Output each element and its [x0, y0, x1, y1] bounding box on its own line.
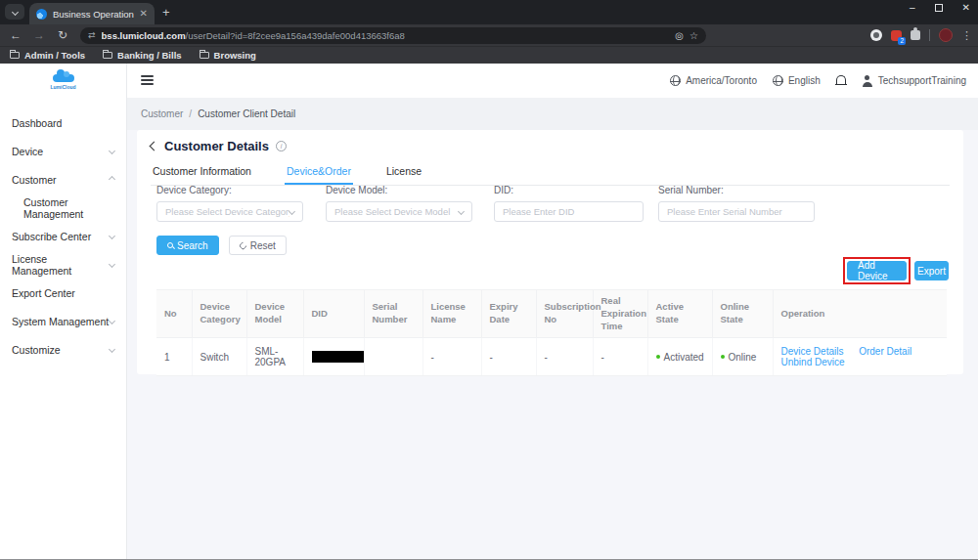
- back-icon[interactable]: ←: [4, 28, 27, 42]
- new-tab-button[interactable]: +: [162, 5, 170, 20]
- app-header: America/Toronto English TechsupportTrain…: [127, 64, 978, 98]
- back-chevron-icon[interactable]: [150, 142, 159, 151]
- profile-avatar[interactable]: [939, 28, 953, 42]
- folder-icon: [200, 52, 209, 59]
- device-table-wrap: No Device Category Device Model DID Seri…: [156, 289, 947, 376]
- search-button[interactable]: Search: [156, 236, 219, 255]
- page-action-icon[interactable]: ◎: [675, 30, 684, 41]
- extension-badge: 2: [898, 37, 906, 45]
- toolbar-separator: [929, 29, 930, 41]
- user-menu[interactable]: TechsupportTraining: [862, 75, 966, 87]
- extension-red-icon[interactable]: 2: [891, 30, 902, 41]
- sidebar-item-subscribe-center[interactable]: Subscribe Center: [0, 222, 126, 250]
- site-favicon-icon: [36, 9, 47, 20]
- notifications-button[interactable]: [836, 77, 846, 84]
- cell-device-model: SML-20GPA: [246, 338, 303, 376]
- order-detail-link[interactable]: Order Detail: [859, 346, 911, 357]
- table-header-row: No Device Category Device Model DID Seri…: [156, 290, 947, 338]
- maximize-button[interactable]: [935, 4, 943, 12]
- cell-expiry-date: -: [481, 338, 536, 376]
- add-device-annotation-box: Add Device: [843, 257, 911, 284]
- extensions-puzzle-icon[interactable]: [911, 30, 920, 40]
- bell-icon: [836, 75, 846, 84]
- tab-search-button[interactable]: [5, 4, 24, 20]
- serial-number-label: Serial Number:: [658, 185, 815, 195]
- breadcrumb-separator: /: [189, 108, 192, 119]
- folder-icon: [10, 52, 20, 59]
- extension-light-icon[interactable]: [870, 29, 882, 41]
- export-button[interactable]: Export: [914, 261, 949, 280]
- sidebar-item-customize[interactable]: Customize: [0, 335, 126, 364]
- window-controls: – ✕: [910, 2, 970, 13]
- site-info-icon[interactable]: ⇄: [88, 30, 96, 40]
- sidebar-item-device[interactable]: Device: [0, 137, 126, 165]
- did-input-wrap: [494, 201, 644, 222]
- info-icon: i: [276, 141, 287, 151]
- sidebar-collapse-icon[interactable]: [141, 75, 154, 86]
- sidebar-menu: Dashboard Device Customer Customer Manag…: [0, 108, 126, 364]
- bookmark-star-icon[interactable]: ☆: [689, 30, 698, 41]
- cell-no: 1: [156, 338, 192, 376]
- tab-customer-information[interactable]: Customer Information: [151, 162, 253, 185]
- address-bar[interactable]: ⇄ bss.lumicloud.com/userDetail?id=8f2cee…: [80, 27, 706, 44]
- close-tab-icon[interactable]: ✕: [140, 9, 148, 19]
- cell-active-state: Activated: [647, 338, 712, 376]
- bookmark-folder-admin-tools[interactable]: Admin / Tools: [10, 50, 85, 61]
- refresh-icon[interactable]: ↻: [51, 28, 74, 42]
- col-serial-number: Serial Number: [364, 290, 422, 338]
- serial-number-input[interactable]: [667, 206, 806, 217]
- sidebar-item-system-management[interactable]: System Management: [0, 307, 126, 335]
- device-model-field: Device Model: Please Select Device Model: [326, 185, 472, 222]
- bookmark-folder-banking-bills[interactable]: Banking / Bills: [103, 50, 181, 61]
- device-details-link[interactable]: Device Details: [781, 346, 844, 357]
- cell-device-category: Switch: [192, 338, 246, 376]
- col-license-name: License Name: [422, 290, 481, 338]
- sidebar-item-customer[interactable]: Customer: [0, 165, 126, 194]
- col-device-model: Device Model: [246, 290, 303, 338]
- language-selector[interactable]: English: [773, 75, 821, 86]
- sidebar-item-customer-management[interactable]: Customer Management: [0, 194, 126, 222]
- col-subscription-no: Subscription No: [536, 290, 593, 338]
- browser-menu-icon[interactable]: ⋮: [961, 29, 972, 42]
- minimize-button[interactable]: –: [910, 2, 915, 13]
- timezone-selector[interactable]: America/Toronto: [670, 75, 757, 86]
- sidebar-item-license-management[interactable]: License Management: [0, 250, 126, 279]
- add-device-button[interactable]: Add Device: [847, 261, 907, 280]
- col-device-category: Device Category: [192, 290, 246, 338]
- chevron-down-icon: [289, 208, 295, 215]
- sidebar-item-export-center[interactable]: Export Center: [0, 279, 126, 307]
- cell-serial-number: [364, 338, 422, 376]
- did-input[interactable]: [503, 206, 635, 217]
- page-title: Customer Details: [164, 139, 269, 153]
- sidebar-item-dashboard[interactable]: Dashboard: [0, 108, 126, 137]
- breadcrumb-customer[interactable]: Customer: [141, 108, 183, 119]
- serial-number-field: Serial Number:: [658, 185, 815, 222]
- redacted-did-value: [312, 351, 365, 363]
- tab-license[interactable]: License: [384, 162, 423, 185]
- breadcrumb-current: Customer Client Detail: [198, 108, 295, 119]
- cell-license-name: -: [422, 338, 481, 376]
- bookmark-folder-browsing[interactable]: Browsing: [200, 50, 256, 61]
- device-category-select[interactable]: Please Select Device Category: [156, 201, 303, 222]
- device-model-select[interactable]: Please Select Device Model: [326, 201, 472, 222]
- tab-device-and-order[interactable]: Device&Order: [285, 162, 353, 185]
- browser-tab-strip: Business Operation ✕ + – ✕: [0, 0, 978, 24]
- folder-icon: [103, 52, 112, 59]
- cell-operation: Device Details Order Detail Unbind Devic…: [773, 338, 947, 376]
- cell-real-expiration-time: -: [593, 338, 647, 376]
- forward-icon[interactable]: →: [27, 28, 51, 42]
- close-window-button[interactable]: ✕: [962, 2, 970, 13]
- cell-online-state: Online: [712, 338, 773, 376]
- col-operation: Operation: [773, 290, 947, 338]
- col-did: DID: [303, 290, 364, 338]
- browser-tab[interactable]: Business Operation ✕: [29, 3, 155, 24]
- device-table: No Device Category Device Model DID Seri…: [156, 289, 947, 376]
- reset-button[interactable]: Reset: [229, 236, 287, 255]
- chevron-down-icon: [11, 8, 18, 15]
- cell-did: [303, 338, 364, 376]
- filter-buttons-row: Search Reset: [156, 236, 287, 255]
- page-title-row: Customer Details i: [151, 139, 287, 153]
- chevron-down-icon: [109, 148, 115, 154]
- device-category-field: Device Category: Please Select Device Ca…: [156, 185, 303, 222]
- unbind-device-link[interactable]: Unbind Device: [781, 357, 845, 367]
